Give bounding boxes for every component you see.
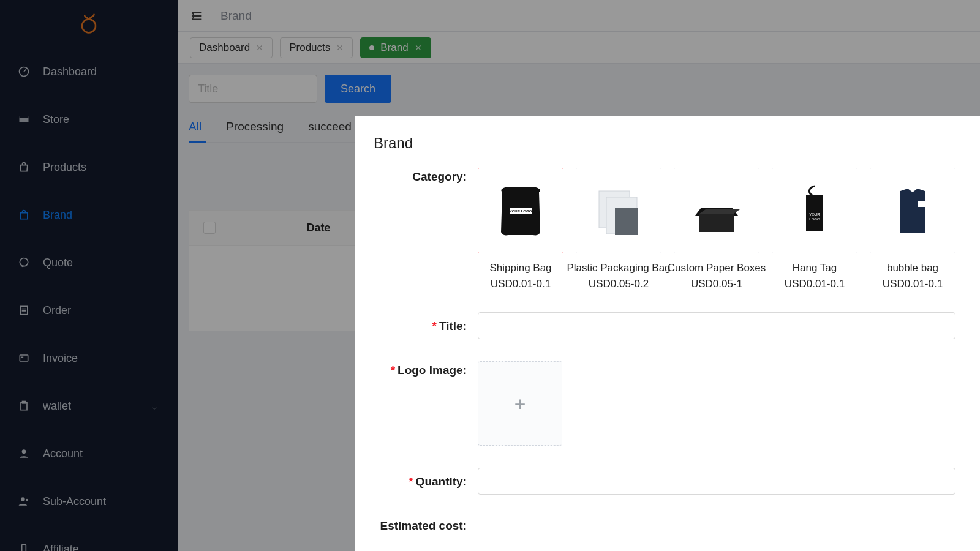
category-price: USD0.05-1 [691, 278, 742, 290]
category-list: YOUR LOGO Shipping Bag USD0.01-0.1 Plast… [478, 168, 956, 290]
category-price: USD0.01-0.1 [883, 278, 943, 290]
category-thumb [674, 168, 760, 253]
label-quantity: *Quantity: [374, 473, 478, 490]
category-hang-tag[interactable]: YOUR LOGO Hang Tag USD0.01-0.1 [772, 168, 858, 290]
category-thumb: YOUR LOGO [478, 168, 564, 253]
paper-box-icon [686, 180, 747, 241]
svg-text:YOUR LOGO: YOUR LOGO [510, 209, 532, 213]
category-price: USD0.05-0.2 [589, 278, 649, 290]
svg-text:YOUR: YOUR [809, 212, 820, 216]
category-thumb: YOUR LOGO [772, 168, 858, 253]
plus-icon: ＋ [511, 391, 529, 416]
quantity-input[interactable] [478, 468, 956, 495]
label-title: *Title: [374, 317, 478, 334]
title-input[interactable] [478, 312, 956, 339]
svg-rect-18 [615, 208, 638, 235]
category-price: USD0.01-0.1 [785, 278, 845, 290]
category-name: Shipping Bag [489, 262, 551, 274]
svg-rect-20 [699, 214, 734, 232]
required-asterisk: * [391, 364, 395, 377]
category-shipping-bag[interactable]: YOUR LOGO Shipping Bag USD0.01-0.1 [478, 168, 564, 290]
category-paper-box[interactable]: Custom Paper Boxes USD0.05-1 [674, 168, 760, 290]
category-thumb [576, 168, 662, 253]
category-thumb [870, 168, 956, 253]
category-price: USD0.01-0.1 [491, 278, 551, 290]
svg-text:LOGO: LOGO [809, 217, 820, 221]
required-asterisk: * [432, 320, 437, 332]
category-name: bubble bag [887, 262, 938, 274]
brand-drawer: Brand Category: YOUR LOGO Shipping Bag U… [355, 116, 980, 551]
category-name: Plastic Packaging Bag [567, 262, 670, 274]
category-name: Hang Tag [793, 262, 837, 274]
label-category: Category: [374, 168, 478, 290]
category-bubble-bag[interactable]: bubble bag USD0.01-0.1 [870, 168, 956, 290]
drawer-title: Brand [374, 135, 956, 152]
logo-uploader[interactable]: ＋ [478, 361, 562, 446]
label-logo: *Logo Image: [374, 361, 478, 446]
shirt-icon [882, 180, 943, 241]
svg-rect-25 [918, 201, 926, 207]
label-cost: Estimated cost: [374, 517, 478, 534]
shipping-bag-icon: YOUR LOGO [490, 180, 551, 241]
plastic-bag-icon [588, 180, 649, 241]
category-plastic-bag[interactable]: Plastic Packaging Bag USD0.05-0.2 [576, 168, 662, 290]
svg-marker-21 [699, 209, 740, 214]
hang-tag-icon: YOUR LOGO [784, 180, 845, 241]
required-asterisk: * [409, 475, 413, 488]
category-name: Custom Paper Boxes [668, 262, 766, 274]
